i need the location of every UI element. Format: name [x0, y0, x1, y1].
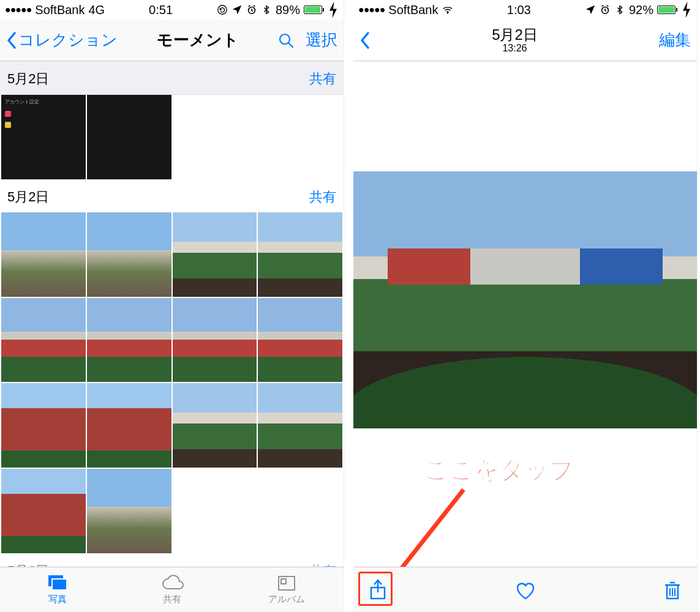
photo-thumb[interactable]: アカウント設定	[1, 95, 86, 179]
svg-line-10	[384, 490, 464, 567]
photo-thumb[interactable]	[173, 298, 257, 382]
nav-title: モーメント	[157, 29, 239, 51]
photo-full[interactable]	[353, 171, 697, 428]
photo-thumb[interactable]	[87, 383, 171, 468]
cloud-icon	[160, 574, 184, 592]
signal-dots-icon: ●●●●●	[358, 4, 385, 15]
photo-thumb[interactable]	[87, 298, 171, 382]
photo-thumb[interactable]	[173, 383, 257, 468]
search-button[interactable]	[277, 32, 295, 49]
title-time: 13:26	[502, 43, 527, 54]
tab-shared[interactable]: 共有	[115, 567, 229, 612]
back-button[interactable]	[359, 31, 371, 50]
location-icon	[231, 4, 243, 15]
tab-photos[interactable]: 写真	[0, 567, 115, 612]
photo-thumb[interactable]	[87, 469, 171, 553]
carrier-label: SoftBank	[388, 3, 438, 17]
photo-thumb[interactable]	[1, 383, 86, 468]
section-date: 5月2日	[7, 562, 49, 567]
battery-pct: 92%	[629, 3, 653, 17]
battery-pct: 89%	[276, 3, 300, 17]
carrier-label: SoftBank	[35, 3, 85, 17]
svg-point-0	[218, 6, 227, 14]
delete-button[interactable]	[660, 578, 685, 602]
section-header: 5月2日 共有	[0, 61, 344, 95]
signal-dots-icon: ●●●●●	[5, 4, 31, 15]
nav-title: 5月2日 13:26	[492, 27, 538, 54]
tab-label: 共有	[163, 594, 181, 605]
section-share-button[interactable]: 共有	[309, 70, 336, 88]
section-date: 5月2日	[7, 70, 49, 88]
photo-viewer[interactable]: ここをタップ	[353, 61, 697, 567]
trash-icon	[660, 578, 685, 602]
rotation-lock-icon	[217, 4, 228, 15]
tab-label: 写真	[48, 594, 67, 605]
battery-icon	[304, 6, 324, 14]
albums-icon	[275, 574, 298, 592]
title-date: 5月2日	[492, 27, 538, 43]
section-share-button[interactable]: 共有	[309, 562, 336, 567]
bluetooth-icon	[261, 4, 272, 15]
svg-rect-7	[281, 579, 286, 584]
clock: 1:03	[507, 3, 531, 17]
photo-thumb[interactable]	[87, 95, 171, 179]
svg-line-3	[288, 43, 293, 47]
annotation-arrow-icon	[372, 483, 482, 567]
photo-thumb[interactable]	[1, 469, 86, 553]
wifi-icon	[442, 4, 453, 15]
back-label: コレクション	[18, 29, 118, 51]
heart-icon	[513, 578, 538, 602]
section-date: 5月2日	[7, 188, 49, 206]
location-icon	[585, 4, 596, 15]
search-icon	[277, 32, 295, 49]
annotation-highlight	[358, 572, 393, 606]
photo-thumb[interactable]	[258, 212, 342, 297]
status-bar: ●●●●● SoftBank 1:03 92%	[353, 0, 697, 20]
charging-icon	[328, 4, 339, 15]
photos-icon	[46, 574, 69, 592]
photo-thumb[interactable]	[87, 212, 171, 297]
bluetooth-icon	[614, 4, 625, 15]
photo-toolbar	[353, 567, 697, 612]
select-button[interactable]: 選択	[306, 29, 337, 51]
photo-thumb[interactable]	[1, 212, 86, 297]
chevron-left-icon	[6, 31, 17, 50]
edit-button[interactable]: 編集	[659, 29, 691, 51]
battery-icon	[657, 6, 677, 14]
phone-moments: ●●●●● SoftBank 4G 0:51 89% コレクション モーメント …	[0, 0, 344, 612]
nav-bar: コレクション モーメント 選択	[0, 20, 344, 61]
photo-thumb[interactable]	[258, 298, 342, 382]
status-bar: ●●●●● SoftBank 4G 0:51 89%	[0, 0, 344, 20]
phone-detail: ●●●●● SoftBank 1:03 92% 5月2日 13:26 編集 ここ…	[353, 0, 698, 612]
alarm-icon	[600, 4, 611, 15]
clock: 0:51	[149, 3, 173, 17]
back-button[interactable]: コレクション	[6, 29, 118, 51]
photo-thumb[interactable]	[173, 212, 257, 297]
alarm-icon	[246, 4, 257, 15]
svg-point-8	[446, 12, 448, 13]
section-header: 5月2日 共有	[0, 179, 344, 212]
nav-bar: 5月2日 13:26 編集	[353, 20, 697, 61]
favorite-button[interactable]	[513, 578, 538, 602]
annotation-text: ここをタップ	[424, 453, 574, 487]
tab-bar: 写真 共有 アルバム	[0, 567, 344, 612]
chevron-left-icon	[359, 31, 371, 50]
section-header: 5月2日 共有	[0, 553, 344, 567]
photo-thumb[interactable]	[258, 383, 342, 468]
tab-albums[interactable]: アルバム	[229, 567, 344, 612]
svg-rect-5	[52, 579, 67, 590]
network-label: 4G	[89, 3, 105, 17]
photo-thumb[interactable]	[1, 298, 86, 382]
charging-icon	[681, 4, 692, 15]
moments-scroll[interactable]: 5月2日 共有 アカウント設定 5月2日 共有	[0, 61, 344, 567]
section-share-button[interactable]: 共有	[309, 188, 336, 206]
tab-label: アルバム	[268, 594, 305, 605]
